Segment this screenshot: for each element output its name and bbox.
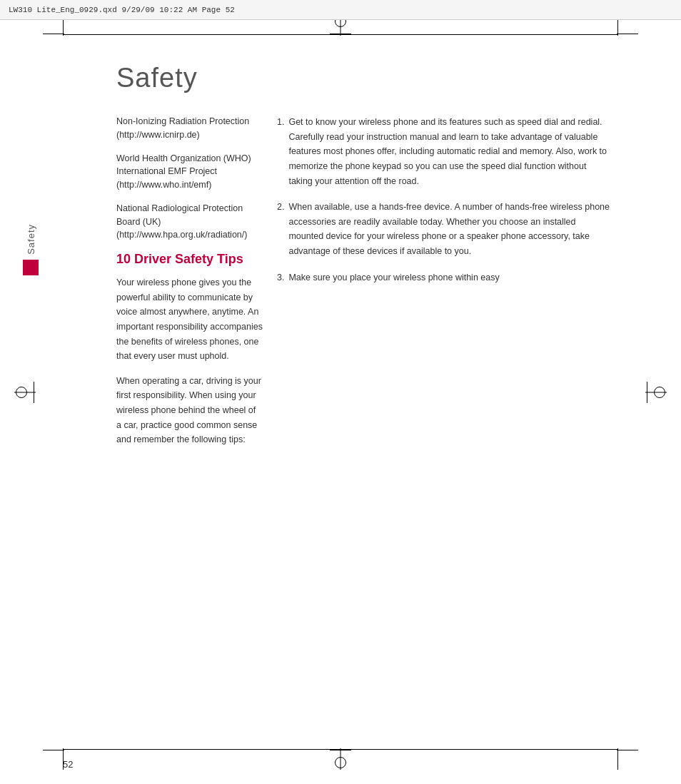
- reg-left-v: [34, 382, 34, 403]
- left-column: Non-Ionizing Radiation Protection (http:…: [63, 115, 263, 457]
- numbered-item-2-text: When available, use a hands-free device.…: [288, 200, 611, 259]
- numbered-item-2-num: 2.: [277, 200, 284, 259]
- reg-right-circle: [654, 387, 665, 398]
- ref-item-2: World Health Organization (WHO) Internat…: [116, 152, 263, 192]
- section-paragraph-2: When operating a car, driving is your fi…: [116, 374, 263, 447]
- numbered-item-3: 3. Make sure you place your wireless pho…: [277, 270, 611, 285]
- sidebar-bar: [23, 260, 39, 275]
- page-content: Safety Non-Ionizing Radiation Protection…: [63, 20, 618, 741]
- reg-right-v: [647, 382, 647, 403]
- sidebar: Safety: [20, 143, 41, 357]
- page-number: 52: [63, 759, 73, 770]
- main-layout: Non-Ionizing Radiation Protection (http:…: [63, 115, 618, 457]
- numbered-item-3-num: 3.: [277, 270, 284, 285]
- sidebar-label: Safety: [26, 224, 36, 255]
- crop-mark-tl-h: [43, 34, 64, 34]
- section-heading: 10 Driver Safety Tips: [116, 252, 263, 267]
- numbered-item-1-text: Get to know your wireless phone and its …: [288, 115, 611, 188]
- right-column: 1. Get to know your wireless phone and i…: [277, 115, 618, 457]
- ref-item-3: National Radiological Protection Board (…: [116, 202, 263, 242]
- page-title: Safety: [116, 63, 618, 93]
- ref-item-1: Non-Ionizing Radiation Protection (http:…: [116, 115, 263, 142]
- reg-left-circle: [16, 387, 27, 398]
- crop-mark-br-v: [617, 748, 618, 770]
- crop-mark-tr-h: [617, 34, 638, 34]
- numbered-item-3-text: Make sure you place your wireless phone …: [288, 270, 499, 285]
- crop-mark-br-h: [617, 750, 638, 750]
- numbered-item-1: 1. Get to know your wireless phone and i…: [277, 115, 611, 188]
- header-bar: LW310 Lite_Eng_0929.qxd 9/29/09 10:22 AM…: [0, 0, 681, 20]
- numbered-item-1-num: 1.: [277, 115, 284, 188]
- section-paragraph-1: Your wireless phone gives you the powerf…: [116, 275, 263, 364]
- header-text: LW310 Lite_Eng_0929.qxd 9/29/09 10:22 AM…: [9, 6, 235, 14]
- crop-mark-bl-h: [43, 750, 64, 750]
- numbered-item-2: 2. When available, use a hands-free devi…: [277, 200, 611, 259]
- reg-bottom-circle: [335, 757, 346, 768]
- border-bottom: [63, 749, 618, 750]
